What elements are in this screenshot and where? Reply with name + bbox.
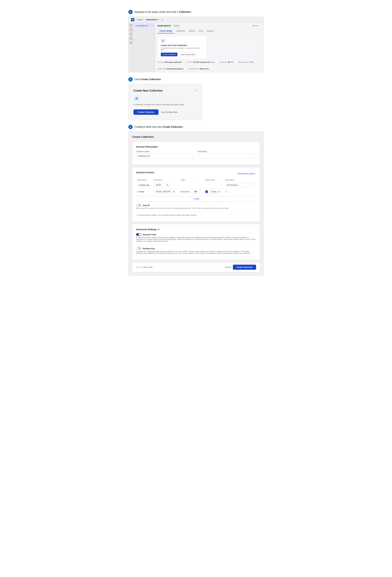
description-col: Description	[198, 150, 256, 158]
dynamic-field-toggle[interactable]	[136, 233, 141, 236]
tab-backups[interactable]: Backups	[205, 29, 216, 33]
view-code-label: </> View Code	[140, 266, 153, 268]
schema-table: Field Name Field Type Index Metric Type …	[136, 178, 256, 195]
dimension-cell: Dimension:	[181, 190, 203, 194]
create-collection-button[interactable]: Create Collection	[233, 265, 256, 270]
cancel-button[interactable]: Cancel	[225, 266, 231, 268]
metric-cell-primary	[204, 182, 224, 188]
info-circle-icon: ⓘ	[225, 190, 228, 193]
step2-title: Click Create Collection.	[134, 78, 162, 81]
dynamic-note-text: Dynamic field is enabled. You can flexib…	[138, 214, 197, 216]
cluster-topbar: M + Cluster › Dedicated-01 ⟳ 🔍	[129, 17, 263, 23]
auto-id-label: Auto ID	[142, 204, 150, 207]
terminal-icon: ›_	[247, 25, 249, 27]
close-icon[interactable]: ✕	[195, 89, 197, 92]
field-type-select-primary[interactable]: INT64 VARCHAR	[154, 183, 169, 187]
schema-section-title: Schema Preview	[136, 171, 154, 174]
divider	[136, 212, 256, 212]
info-label: Auto-scale	[220, 61, 227, 63]
dynamic-field-toggle-row: Dynamic Field	[136, 233, 256, 236]
advanced-settings-title: Advanced Settings	[136, 228, 157, 231]
info-label: CU Type	[158, 61, 164, 63]
add-field-button[interactable]: + Field	[136, 196, 256, 201]
view-code-button[interactable]: </> </> View Code	[136, 266, 153, 268]
sidebar-dot	[136, 25, 137, 26]
description-label: Description	[198, 150, 256, 153]
collection-name-col: Collection Name	[136, 150, 194, 158]
modal-load-sample-button[interactable]: Load Sample Data	[161, 111, 178, 113]
info-compatible: Compatible With Milvus 2.4.x	[188, 68, 209, 70]
nav-icon-4	[130, 37, 132, 40]
step1-badge: 1	[128, 10, 133, 14]
tab-cluster-details[interactable]: Cluster Details	[158, 29, 174, 33]
code-icon: </>	[136, 266, 139, 268]
advanced-settings-header[interactable]: Advanced Settings ∧	[136, 228, 256, 231]
collection-name-input[interactable]	[136, 153, 194, 158]
table-row: ◈ vector FLOAT_VECTOR BINARY_VECTOR Dime…	[136, 188, 256, 195]
collection-icon: ⊞	[161, 39, 165, 43]
chevron-down-icon: ▾	[259, 25, 259, 27]
modal-collection-icon: ⊞	[133, 95, 140, 102]
partition-key-toggle[interactable]	[136, 247, 141, 250]
fc-buttons: Create Collection Load Sample Data	[161, 53, 203, 56]
description-input[interactable]	[198, 153, 256, 158]
info-cu-type: CU Type Performance-optimized	[158, 61, 181, 63]
nav-icon-1	[130, 24, 132, 27]
nav-icon-5	[130, 41, 132, 44]
running-badge: Running	[172, 25, 181, 27]
scale-link[interactable]: Scale	[211, 61, 215, 63]
field-type-select-vector[interactable]: FLOAT_VECTOR BINARY_VECTOR	[154, 190, 175, 194]
info-replica: Replica Count 1 Edit	[238, 61, 253, 63]
view-schema-guide-link[interactable]: View Schema Guide ↗	[237, 173, 256, 175]
edit-link[interactable]: Edit	[231, 61, 233, 63]
info-label: Replica Count	[238, 61, 248, 63]
general-info-card: General Information Collection Name Desc…	[132, 142, 260, 165]
nav-icon-3	[130, 33, 132, 36]
fc-load-sample-button[interactable]: Load Sample Data	[179, 53, 196, 56]
partition-key-toggle-row: Partition Key	[136, 247, 256, 250]
cluster-header-row: Dedicated-01 Running ›_ Actions ▾	[155, 23, 263, 29]
modal-create-collection-button[interactable]: Create Collection	[133, 109, 159, 115]
fc-create-collection-button[interactable]: Create Collection	[161, 53, 177, 56]
modal-buttons: Create Collection Load Sample Data	[133, 109, 197, 115]
dimension-label: Dimension:	[181, 191, 190, 193]
auto-id-toggle[interactable]	[136, 204, 141, 207]
cluster-body: ⊞ Create Your First Collection A collect…	[155, 34, 263, 72]
index-checkbox[interactable]: ✓	[205, 190, 208, 193]
field-name-vec: vector	[139, 191, 144, 193]
sidebar-item-label: Dedicated-01	[138, 25, 148, 27]
form-panel-title: Create Collection	[132, 135, 260, 139]
modal-desc: A collection is where you import, manage…	[133, 103, 197, 106]
auto-id-section: Auto ID When Auto ID is enabled, the pri…	[136, 204, 256, 209]
cluster-sidebar: Dedicated-01 +	[133, 23, 155, 72]
schema-header-row: Schema Preview View Schema Guide ↗	[136, 171, 256, 176]
info-label: Compatible With	[188, 68, 200, 70]
info-label: CU Size	[186, 61, 192, 63]
cluster-name: Dedicated-01	[146, 19, 158, 21]
dimension-input[interactable]	[191, 190, 200, 194]
auto-id-desc: When Auto ID is enabled, the primary key…	[136, 207, 256, 209]
tab-users[interactable]: Users	[196, 29, 205, 33]
actions-label: Actions	[252, 25, 258, 27]
cluster-body-row: Dedicated-01 + Dedicated-01 Running ›_ A…	[129, 23, 263, 72]
cluster-title: Dedicated-01	[158, 25, 171, 27]
info-cluster-plan: Cluster Plan Dedicated (Enterprise)	[158, 68, 183, 70]
col-index: Index	[180, 178, 204, 182]
sidebar-item-dedicated[interactable]: Dedicated-01 +	[134, 24, 154, 27]
field-name-cell: ✓ primary_key	[137, 184, 151, 186]
auto-id-toggle-row: Auto ID	[136, 204, 256, 207]
cluster-info-row: CU Type Performance-optimized CU Size 1 …	[158, 61, 261, 70]
field-name: primary_key	[139, 184, 149, 186]
description-input-primary[interactable]	[225, 183, 255, 187]
partition-key-label: Partition Key	[142, 248, 155, 250]
tab-metrics[interactable]: Metrics	[187, 29, 196, 33]
dynamic-field-label: Dynamic Field	[142, 233, 156, 236]
actions-button[interactable]: Actions ▾	[250, 24, 261, 27]
dynamic-field-desc: Enabling this feature allows for the dyn…	[136, 237, 256, 242]
replica-edit-link[interactable]: Edit	[251, 61, 253, 63]
cluster-tabs: Cluster Details Collections Metrics User…	[155, 29, 263, 34]
table-row: ✓ primary_key INT64 VARCHAR	[136, 182, 256, 188]
step3-header: 3 Configure fields and click Create Coll…	[128, 125, 264, 129]
metric-type-select[interactable]: Cosine L2 IP	[209, 190, 221, 194]
tab-collections[interactable]: Collections	[174, 29, 187, 33]
